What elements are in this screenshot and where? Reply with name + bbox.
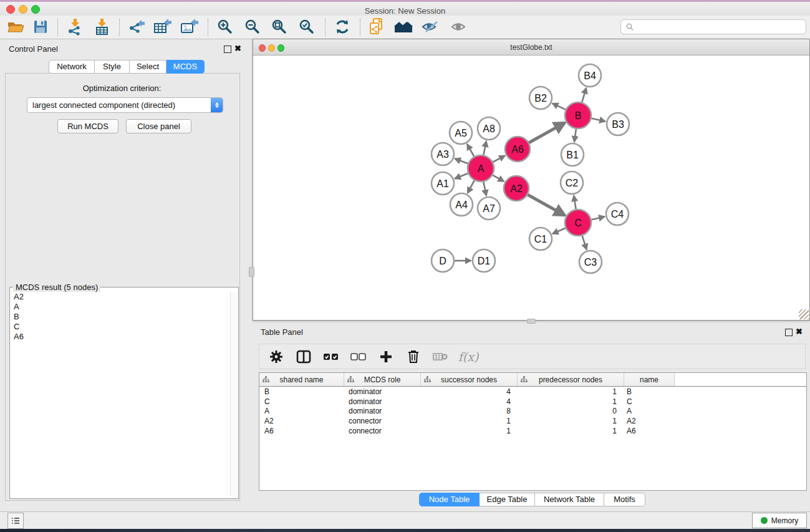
export-network-icon[interactable] xyxy=(126,17,147,36)
graph-edge-A-A3[interactable] xyxy=(455,158,468,163)
graph-edge-A-A4[interactable] xyxy=(468,180,475,193)
table-cell[interactable]: 1 xyxy=(420,417,516,425)
table-cell[interactable]: A2 xyxy=(622,417,672,425)
tab-style[interactable]: Style xyxy=(95,60,130,74)
task-history-button[interactable] xyxy=(7,513,24,529)
close-panel-icon[interactable]: ✖ xyxy=(234,45,241,52)
network-vscroll-thumb[interactable] xyxy=(249,267,254,277)
show-hide-annotations-icon[interactable] xyxy=(420,17,441,36)
run-mcds-button[interactable]: Run MCDS xyxy=(57,119,118,133)
graph-edge-C-C1[interactable] xyxy=(552,228,566,234)
graph-edge-B-B1[interactable] xyxy=(574,129,576,142)
add-column-icon[interactable] xyxy=(377,350,395,364)
zoom-selected-icon[interactable] xyxy=(296,17,317,36)
import-table-icon[interactable] xyxy=(91,17,112,36)
graph-edge-A-A2[interactable] xyxy=(493,175,504,181)
table-cell[interactable]: A6 xyxy=(259,427,344,435)
result-item[interactable]: A6 xyxy=(10,332,229,342)
table-cell[interactable]: C xyxy=(259,397,344,406)
zoom-in-icon[interactable] xyxy=(215,17,236,36)
table-cell[interactable]: B xyxy=(259,387,344,396)
table-cell[interactable]: dominator xyxy=(344,397,420,406)
result-item[interactable]: A xyxy=(10,302,229,312)
tab-node-table[interactable]: Node Table xyxy=(419,493,480,506)
graph-edge-A6-B[interactable] xyxy=(529,123,565,143)
table-cell[interactable]: 8 xyxy=(420,407,516,415)
import-network-icon[interactable] xyxy=(64,17,85,36)
deselect-all-icon[interactable] xyxy=(349,352,368,361)
graph-edge-A-A7[interactable] xyxy=(483,182,486,196)
select-all-icon[interactable] xyxy=(322,352,340,361)
graph-edge-A-A6[interactable] xyxy=(493,156,504,162)
tab-network-table[interactable]: Network Table xyxy=(535,493,604,506)
tab-select[interactable]: Select xyxy=(130,60,166,74)
table-cell[interactable]: 1 xyxy=(420,427,516,435)
column-header-predecessor-nodes[interactable]: predecessor nodes xyxy=(518,373,624,386)
delete-column-icon[interactable] xyxy=(404,349,423,364)
network-graph-canvas[interactable]: B4B2BB3A8A5A6A3B1AA1C2A2A4A7C4CC1DD1C3 xyxy=(253,56,808,319)
table-cell[interactable]: A xyxy=(259,407,344,415)
table-cell[interactable]: 0 xyxy=(516,407,622,415)
tab-edge-table[interactable]: Edge Table xyxy=(480,493,535,506)
table-cell[interactable]: 4 xyxy=(420,387,516,396)
table-cell[interactable]: dominator xyxy=(344,407,420,415)
table-cell[interactable]: 1 xyxy=(516,397,622,406)
refresh-icon[interactable] xyxy=(332,17,353,36)
graph-edge-B-B4[interactable] xyxy=(582,88,586,102)
export-image-icon[interactable] xyxy=(179,17,200,36)
graph-edge-B-B3[interactable] xyxy=(591,118,605,122)
tab-network[interactable]: Network xyxy=(49,60,95,74)
graph-edge-C-C2[interactable] xyxy=(574,196,576,210)
zoom-fit-icon[interactable] xyxy=(269,17,290,36)
table-cell[interactable]: dominator xyxy=(344,387,420,396)
table-cell[interactable]: 1 xyxy=(516,427,622,435)
save-icon[interactable] xyxy=(30,17,51,36)
zoom-out-icon[interactable] xyxy=(242,17,263,36)
memory-button[interactable]: Memory xyxy=(752,513,807,528)
table-cell[interactable]: connector xyxy=(344,417,420,425)
graph-edge-A-A1[interactable] xyxy=(455,173,468,178)
open-folder-icon[interactable] xyxy=(5,17,26,36)
tab-motifs[interactable]: Motifs xyxy=(604,493,645,506)
home-icon[interactable] xyxy=(393,17,414,36)
table-cell[interactable]: 1 xyxy=(516,417,622,425)
graph-edge-A2-C[interactable] xyxy=(528,195,565,215)
close-panel-button[interactable]: Close panel xyxy=(126,119,191,133)
table-row[interactable]: Bdominator41B xyxy=(259,387,806,397)
graph-edge-B-B2[interactable] xyxy=(552,104,566,110)
result-item[interactable]: C xyxy=(10,322,229,332)
table-row[interactable]: Adominator80A xyxy=(259,406,806,416)
table-cell[interactable]: B xyxy=(622,387,672,396)
graph-edge-A-A8[interactable] xyxy=(483,142,486,155)
search-input[interactable] xyxy=(634,22,806,31)
graph-edge-C-C3[interactable] xyxy=(582,236,587,249)
column-header-shared-name[interactable]: shared name xyxy=(259,373,344,386)
table-row[interactable]: A2connector11A2 xyxy=(259,416,806,426)
column-header-successor-nodes[interactable]: successor nodes xyxy=(421,373,518,386)
result-item[interactable]: B xyxy=(10,312,229,322)
table-cell[interactable]: connector xyxy=(344,427,420,435)
result-scrollbar[interactable] xyxy=(230,292,238,496)
show-columns-icon[interactable] xyxy=(294,350,313,364)
table-cell[interactable]: A6 xyxy=(622,427,672,435)
result-item[interactable]: A2 xyxy=(10,292,229,302)
table-cell[interactable]: 1 xyxy=(516,387,622,396)
network-hscroll-thumb[interactable] xyxy=(527,319,536,324)
column-header-name[interactable]: name xyxy=(624,373,675,386)
graph-edge-C-C4[interactable] xyxy=(591,217,604,220)
window-resize-grip[interactable] xyxy=(799,309,809,319)
table-cell[interactable]: C xyxy=(622,397,672,406)
table-cell[interactable]: 4 xyxy=(420,397,516,406)
first-neighbors-icon[interactable] xyxy=(367,17,388,36)
table-cell[interactable]: A xyxy=(622,407,672,415)
float-panel-icon[interactable] xyxy=(224,46,231,53)
table-settings-gear-icon[interactable] xyxy=(267,349,286,364)
graph-edge-A-A5[interactable] xyxy=(467,144,474,157)
column-header-MCDS-role[interactable]: MCDS role xyxy=(344,373,421,386)
table-row[interactable]: Cdominator41C xyxy=(259,397,806,407)
export-table-icon[interactable] xyxy=(152,17,173,36)
float-panel-icon[interactable] xyxy=(785,329,793,336)
close-panel-icon[interactable]: ✖ xyxy=(796,328,803,335)
optimization-criterion-select[interactable]: largest connected component (directed) xyxy=(27,97,223,113)
table-row[interactable]: A6connector11A6 xyxy=(259,426,806,436)
